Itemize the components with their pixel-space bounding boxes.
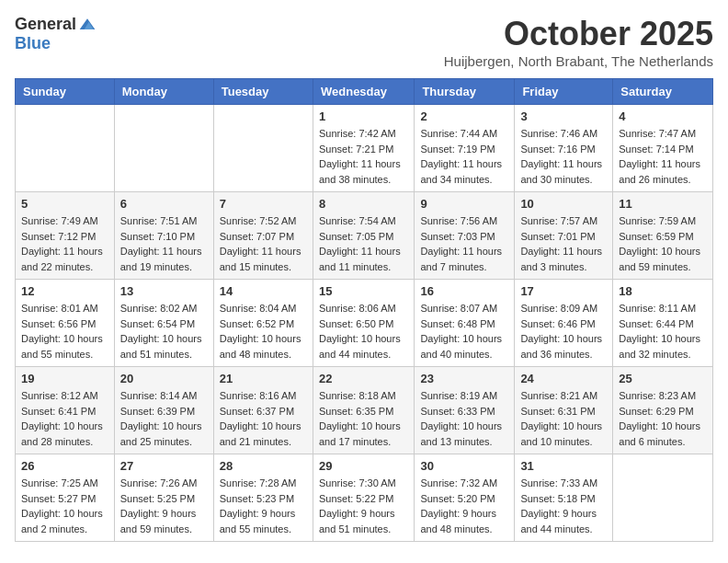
day-number: 15	[319, 284, 408, 298]
calendar-cell: 22Sunrise: 8:18 AM Sunset: 6:35 PM Dayli…	[313, 367, 414, 454]
day-info: Sunrise: 7:46 AM Sunset: 7:16 PM Dayligh…	[520, 126, 607, 187]
day-info: Sunrise: 8:06 AM Sunset: 6:50 PM Dayligh…	[319, 301, 408, 362]
day-info: Sunrise: 8:14 AM Sunset: 6:39 PM Dayligh…	[120, 388, 208, 449]
day-info: Sunrise: 7:56 AM Sunset: 7:03 PM Dayligh…	[420, 213, 508, 274]
calendar-cell: 11Sunrise: 7:59 AM Sunset: 6:59 PM Dayli…	[613, 192, 713, 280]
calendar-cell: 2Sunrise: 7:44 AM Sunset: 7:19 PM Daylig…	[415, 105, 515, 192]
day-number: 30	[420, 459, 508, 473]
calendar-cell	[16, 105, 115, 192]
day-header-thursday: Thursday	[415, 79, 515, 105]
day-info: Sunrise: 8:07 AM Sunset: 6:48 PM Dayligh…	[420, 301, 508, 362]
day-number: 14	[220, 284, 307, 298]
day-number: 7	[220, 197, 307, 211]
day-header-saturday: Saturday	[613, 79, 713, 105]
day-number: 2	[420, 109, 508, 123]
calendar-cell: 18Sunrise: 8:11 AM Sunset: 6:44 PM Dayli…	[613, 280, 713, 367]
calendar-cell: 6Sunrise: 7:51 AM Sunset: 7:10 PM Daylig…	[114, 192, 213, 280]
calendar-week-row: 26Sunrise: 7:25 AM Sunset: 5:27 PM Dayli…	[16, 454, 713, 542]
day-info: Sunrise: 8:19 AM Sunset: 6:33 PM Dayligh…	[420, 388, 508, 449]
calendar-cell: 29Sunrise: 7:30 AM Sunset: 5:22 PM Dayli…	[313, 454, 414, 542]
day-number: 27	[120, 459, 208, 473]
day-number: 8	[319, 197, 408, 211]
day-number: 23	[420, 372, 508, 385]
calendar-cell: 9Sunrise: 7:56 AM Sunset: 7:03 PM Daylig…	[415, 192, 515, 280]
day-number: 4	[619, 109, 707, 123]
day-header-sunday: Sunday	[16, 79, 115, 105]
calendar-cell: 16Sunrise: 8:07 AM Sunset: 6:48 PM Dayli…	[415, 280, 515, 367]
logo-blue-text: Blue	[15, 34, 51, 53]
calendar-cell: 10Sunrise: 7:57 AM Sunset: 7:01 PM Dayli…	[515, 192, 613, 280]
day-info: Sunrise: 7:44 AM Sunset: 7:19 PM Dayligh…	[420, 126, 508, 187]
calendar-cell: 24Sunrise: 8:21 AM Sunset: 6:31 PM Dayli…	[515, 367, 613, 454]
day-number: 26	[21, 459, 108, 473]
calendar-cell: 23Sunrise: 8:19 AM Sunset: 6:33 PM Dayli…	[415, 367, 515, 454]
day-info: Sunrise: 8:21 AM Sunset: 6:31 PM Dayligh…	[520, 388, 607, 449]
day-info: Sunrise: 8:23 AM Sunset: 6:29 PM Dayligh…	[619, 388, 707, 449]
title-section: October 2025 Huijbergen, North Brabant, …	[444, 15, 713, 69]
calendar-cell: 20Sunrise: 8:14 AM Sunset: 6:39 PM Dayli…	[114, 367, 213, 454]
calendar-cell: 14Sunrise: 8:04 AM Sunset: 6:52 PM Dayli…	[213, 280, 313, 367]
day-info: Sunrise: 8:02 AM Sunset: 6:54 PM Dayligh…	[120, 301, 208, 362]
day-info: Sunrise: 8:01 AM Sunset: 6:56 PM Dayligh…	[21, 301, 108, 362]
calendar-cell: 5Sunrise: 7:49 AM Sunset: 7:12 PM Daylig…	[16, 192, 115, 280]
day-header-friday: Friday	[515, 79, 613, 105]
day-number: 1	[319, 109, 408, 123]
month-title: October 2025	[444, 15, 713, 53]
day-number: 9	[420, 197, 508, 211]
day-info: Sunrise: 7:32 AM Sunset: 5:20 PM Dayligh…	[420, 476, 508, 536]
calendar-cell	[613, 454, 713, 542]
day-info: Sunrise: 7:52 AM Sunset: 7:07 PM Dayligh…	[220, 213, 307, 274]
day-number: 25	[619, 372, 707, 385]
calendar-cell: 1Sunrise: 7:42 AM Sunset: 7:21 PM Daylig…	[313, 105, 414, 192]
day-number: 18	[619, 284, 707, 298]
calendar-cell: 3Sunrise: 7:46 AM Sunset: 7:16 PM Daylig…	[515, 105, 613, 192]
calendar-cell: 15Sunrise: 8:06 AM Sunset: 6:50 PM Dayli…	[313, 280, 414, 367]
day-number: 22	[319, 372, 408, 385]
day-number: 17	[520, 284, 607, 298]
day-header-tuesday: Tuesday	[213, 79, 313, 105]
day-number: 3	[520, 109, 607, 123]
logo-general-text: General	[15, 15, 76, 34]
day-info: Sunrise: 7:28 AM Sunset: 5:23 PM Dayligh…	[220, 476, 307, 536]
calendar-week-row: 1Sunrise: 7:42 AM Sunset: 7:21 PM Daylig…	[16, 105, 713, 192]
calendar-cell: 21Sunrise: 8:16 AM Sunset: 6:37 PM Dayli…	[213, 367, 313, 454]
calendar-cell: 13Sunrise: 8:02 AM Sunset: 6:54 PM Dayli…	[114, 280, 213, 367]
calendar-cell: 31Sunrise: 7:33 AM Sunset: 5:18 PM Dayli…	[515, 454, 613, 542]
day-number: 10	[520, 197, 607, 211]
day-number: 5	[21, 197, 108, 211]
day-number: 12	[21, 284, 108, 298]
calendar-week-row: 12Sunrise: 8:01 AM Sunset: 6:56 PM Dayli…	[16, 280, 713, 367]
calendar-cell: 25Sunrise: 8:23 AM Sunset: 6:29 PM Dayli…	[613, 367, 713, 454]
day-number: 28	[220, 459, 307, 473]
day-number: 20	[120, 372, 208, 385]
calendar-week-row: 5Sunrise: 7:49 AM Sunset: 7:12 PM Daylig…	[16, 192, 713, 280]
day-number: 6	[120, 197, 208, 211]
day-number: 24	[520, 372, 607, 385]
day-info: Sunrise: 8:11 AM Sunset: 6:44 PM Dayligh…	[619, 301, 707, 362]
calendar-cell: 30Sunrise: 7:32 AM Sunset: 5:20 PM Dayli…	[415, 454, 515, 542]
day-info: Sunrise: 7:25 AM Sunset: 5:27 PM Dayligh…	[21, 476, 108, 536]
calendar-cell: 12Sunrise: 8:01 AM Sunset: 6:56 PM Dayli…	[16, 280, 115, 367]
calendar-cell: 4Sunrise: 7:47 AM Sunset: 7:14 PM Daylig…	[613, 105, 713, 192]
location: Huijbergen, North Brabant, The Netherlan…	[444, 53, 713, 69]
day-info: Sunrise: 7:57 AM Sunset: 7:01 PM Dayligh…	[520, 213, 607, 274]
calendar-cell: 27Sunrise: 7:26 AM Sunset: 5:25 PM Dayli…	[114, 454, 213, 542]
calendar-header-row: SundayMondayTuesdayWednesdayThursdayFrid…	[16, 79, 713, 105]
day-number: 13	[120, 284, 208, 298]
calendar-table: SundayMondayTuesdayWednesdayThursdayFrid…	[15, 78, 713, 542]
day-info: Sunrise: 7:42 AM Sunset: 7:21 PM Dayligh…	[319, 126, 408, 187]
day-info: Sunrise: 8:16 AM Sunset: 6:37 PM Dayligh…	[220, 388, 307, 449]
day-info: Sunrise: 7:59 AM Sunset: 6:59 PM Dayligh…	[619, 213, 707, 274]
day-info: Sunrise: 7:30 AM Sunset: 5:22 PM Dayligh…	[319, 476, 408, 536]
day-info: Sunrise: 7:33 AM Sunset: 5:18 PM Dayligh…	[520, 476, 607, 536]
calendar-cell: 17Sunrise: 8:09 AM Sunset: 6:46 PM Dayli…	[515, 280, 613, 367]
day-number: 19	[21, 372, 108, 385]
calendar-cell: 28Sunrise: 7:28 AM Sunset: 5:23 PM Dayli…	[213, 454, 313, 542]
calendar-cell	[213, 105, 313, 192]
day-number: 16	[420, 284, 508, 298]
calendar-cell: 19Sunrise: 8:12 AM Sunset: 6:41 PM Dayli…	[16, 367, 115, 454]
day-info: Sunrise: 7:51 AM Sunset: 7:10 PM Dayligh…	[120, 213, 208, 274]
day-number: 21	[220, 372, 307, 385]
day-header-monday: Monday	[114, 79, 213, 105]
day-number: 29	[319, 459, 408, 473]
